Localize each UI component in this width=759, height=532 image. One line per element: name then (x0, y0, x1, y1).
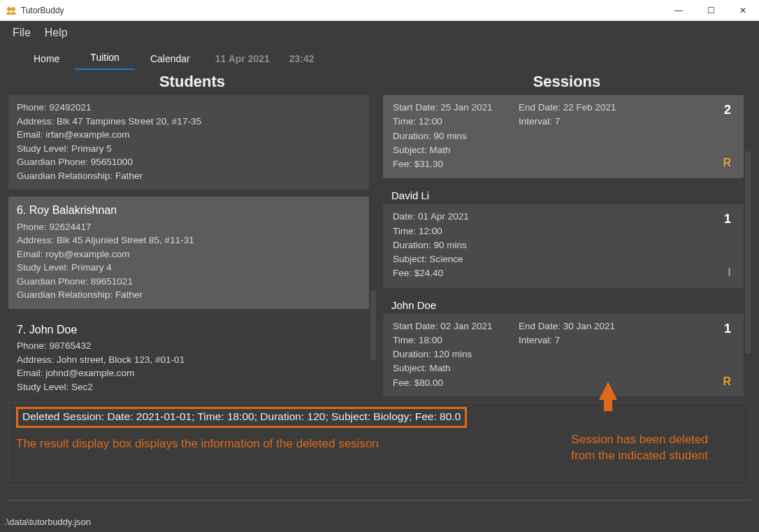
annotation-right: Session has been deleted from the indica… (571, 432, 708, 464)
student-email: Email: johnd@example.com (17, 366, 361, 380)
app-frame: File Help Home Tuition Calendar 11 Apr 2… (0, 21, 759, 532)
session-time: Time: 12:00 (393, 224, 519, 238)
menu-bar: File Help (0, 21, 759, 45)
session-subject: Subject: Science (393, 252, 519, 266)
annotation-left: The result display box displays the info… (16, 436, 379, 452)
minimize-icon: — (674, 6, 683, 15)
session-end: End Date: 30 Jan 2021 (519, 319, 637, 333)
result-text: Deleted Session: Date: 2021-01-01; Time:… (16, 407, 467, 428)
window-minimize-button[interactable]: — (663, 0, 695, 21)
session-student-name: John Doe (383, 295, 744, 312)
session-start: Start Date: 02 Jan 2021 (393, 319, 519, 333)
command-input[interactable] (8, 500, 751, 515)
student-guardian-rel: Guardian Relationship: Father (17, 288, 361, 302)
student-guardian-rel: Guardian Relationship: Father (17, 169, 361, 183)
session-time: Time: 12:00 (393, 115, 519, 129)
sessions-panel: Sessions Start Date: 25 Jan 2021 End Dat… (383, 70, 751, 396)
session-interval: Interval: 7 (519, 333, 637, 347)
main-area: Students Phone: 92492021 Address: Blk 47… (0, 70, 759, 396)
window-title: TutorBuddy (21, 6, 663, 15)
student-guardian-phone: Guardian Phone: 95421323 (17, 394, 361, 396)
students-list[interactable]: Phone: 92492021 Address: Blk 47 Tampines… (8, 95, 369, 396)
student-phone: Phone: 92492021 (17, 101, 361, 115)
session-card[interactable]: Start Date: 02 Jan 2021 End Date: 30 Jan… (383, 314, 744, 397)
session-duration: Duration: 90 mins (393, 238, 519, 252)
students-scrollbar[interactable] (370, 291, 376, 361)
tab-bar: Home Tuition Calendar 11 Apr 2021 23:42 (0, 45, 759, 70)
menu-help[interactable]: Help (45, 27, 68, 39)
header-date: 11 Apr 2021 (205, 48, 280, 70)
session-flag-individual: I (728, 264, 731, 281)
session-start: Start Date: 25 Jan 2021 (393, 101, 519, 115)
student-level: Study Level: Primary 5 (17, 142, 361, 156)
session-duration: Duration: 120 mins (393, 347, 519, 361)
student-address: Address: Blk 47 Tampines Street 20, #17-… (17, 115, 361, 129)
session-flag-recurring: R (723, 373, 731, 390)
student-address: Address: Blk 45 Aljunied Street 85, #11-… (17, 233, 361, 247)
student-phone: Phone: 92624417 (17, 220, 361, 234)
session-fee: Fee: $24.40 (393, 266, 519, 280)
session-subject: Subject: Math (393, 361, 519, 375)
session-count: 1 (724, 319, 731, 338)
status-path: .\data\tutorbuddy.json (4, 517, 91, 527)
tab-calendar[interactable]: Calendar (135, 48, 205, 70)
student-level: Study Level: Sec2 (17, 380, 361, 394)
tab-tuition[interactable]: Tuition (75, 46, 135, 70)
student-level: Study Level: Primary 4 (17, 261, 361, 275)
session-duration: Duration: 90 mins (393, 129, 519, 143)
window-maximize-button[interactable]: ☐ (695, 0, 727, 21)
session-date: Date: 01 Apr 2021 (393, 210, 519, 224)
student-card[interactable]: 7. John Doe Phone: 98765432 Address: Joh… (8, 316, 369, 396)
annotation-arrow-stem (604, 398, 612, 411)
students-header: Students (8, 73, 376, 91)
close-icon: ✕ (739, 6, 746, 15)
svg-point-0 (7, 7, 11, 11)
sessions-header: Sessions (383, 73, 751, 91)
students-list-wrap: Phone: 92492021 Address: Blk 47 Tampines… (8, 95, 376, 396)
session-subject: Subject: Math (393, 143, 519, 157)
app-icon (6, 5, 17, 16)
student-address: Address: John street, Block 123, #01-01 (17, 353, 361, 367)
session-fee: Fee: $31.30 (393, 157, 519, 171)
tab-home[interactable]: Home (18, 48, 75, 70)
window-close-button[interactable]: ✕ (727, 0, 759, 21)
annotation-right-line1: Session has been deleted (571, 432, 708, 448)
result-display: Deleted Session: Date: 2021-01-01; Time:… (8, 402, 751, 486)
window-titlebar: TutorBuddy — ☐ ✕ (0, 0, 759, 21)
session-flag-recurring: R (723, 154, 731, 171)
student-guardian-phone: Guardian Phone: 95651000 (17, 155, 361, 169)
annotation-right-line2: from the indicated student (571, 448, 708, 464)
session-student-name: David Li (383, 185, 744, 203)
student-card[interactable]: 6. Roy Balakrishnan Phone: 92624417 Addr… (8, 196, 369, 309)
session-count: 1 (724, 210, 731, 229)
session-fee: Fee: $80.00 (393, 376, 519, 390)
sessions-list-wrap: Start Date: 25 Jan 2021 End Date: 22 Feb… (383, 95, 751, 396)
session-interval: Interval: 7 (519, 115, 637, 129)
student-card[interactable]: Phone: 92492021 Address: Blk 47 Tampines… (8, 95, 369, 189)
maximize-icon: ☐ (707, 6, 715, 15)
student-heading: 7. John Doe (17, 322, 361, 338)
session-count: 2 (724, 101, 731, 120)
annotation-arrow-icon (599, 382, 617, 400)
status-bar: .\data\tutorbuddy.json (0, 515, 759, 532)
session-end: End Date: 22 Feb 2021 (519, 101, 637, 115)
student-email: Email: royb@example.com (17, 247, 361, 261)
student-heading: 6. Roy Balakrishnan (17, 202, 361, 218)
menu-file[interactable]: File (13, 27, 31, 39)
session-card[interactable]: Date: 01 Apr 2021 1 I Time: 12:00 Durati… (383, 204, 744, 287)
session-time: Time: 18:00 (393, 333, 519, 347)
student-phone: Phone: 98765432 (17, 339, 361, 353)
header-time: 23:42 (280, 48, 324, 70)
svg-point-1 (11, 7, 15, 11)
student-email: Email: irfan@example.com (17, 128, 361, 142)
sessions-scrollbar[interactable] (745, 151, 751, 354)
session-card[interactable]: Start Date: 25 Jan 2021 End Date: 22 Feb… (383, 95, 744, 178)
student-guardian-phone: Guardian Phone: 89651021 (17, 275, 361, 289)
sessions-list[interactable]: Start Date: 25 Jan 2021 End Date: 22 Feb… (383, 95, 744, 396)
students-panel: Students Phone: 92492021 Address: Blk 47… (8, 70, 376, 396)
